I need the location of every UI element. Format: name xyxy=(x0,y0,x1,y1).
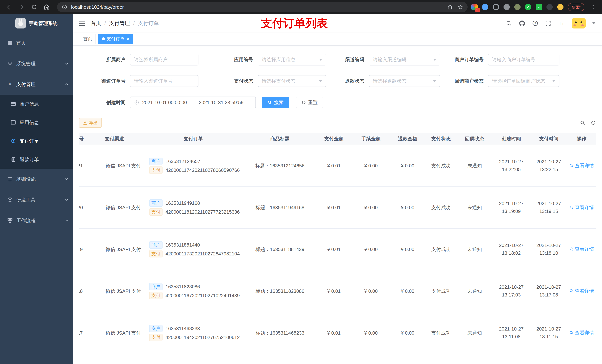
extension-badge: 10 xyxy=(475,8,480,12)
notify-status-select[interactable]: 请选择订单回调商户状态 xyxy=(488,75,559,87)
view-detail-link[interactable]: 查看详情 xyxy=(569,246,594,252)
github-icon[interactable] xyxy=(519,20,525,27)
table-header-row: 编号支付渠道支付订单商品标题支付金额手续金额退款金额支付状态回调状态创建时间支付… xyxy=(79,133,596,145)
extension-icon[interactable] xyxy=(504,4,510,10)
home-icon[interactable] xyxy=(42,3,51,11)
cell-refund: ¥ 0.00 xyxy=(393,229,422,270)
extension-check-icon[interactable]: ✓ xyxy=(525,4,531,10)
forward-icon[interactable] xyxy=(17,3,26,11)
chevron-down-icon xyxy=(65,219,68,222)
breadcrumb-item[interactable]: 支付管理 xyxy=(109,20,130,27)
refresh-icon[interactable] xyxy=(591,120,596,125)
sidebar-item-system[interactable]: 系统管理 xyxy=(0,53,73,74)
app-select[interactable]: 请选择应用信息 xyxy=(258,54,326,65)
view-detail-link[interactable]: 查看详情 xyxy=(569,330,594,336)
tab-label: 首页 xyxy=(83,36,92,42)
cell-status: 支付成功 xyxy=(422,270,460,312)
view-detail-link[interactable]: 查看详情 xyxy=(569,162,594,169)
extension-icon[interactable] xyxy=(482,4,488,10)
sidebar-item-workflow[interactable]: 工作流程 xyxy=(0,210,73,231)
cell-pay-order: 商户1635312124657 支付4200001174202110278060… xyxy=(146,145,241,187)
share-icon[interactable] xyxy=(446,3,453,11)
column-header[interactable]: 编号 xyxy=(79,133,101,145)
profile-avatar-icon[interactable] xyxy=(557,4,563,10)
column-header[interactable]: 支付订单 xyxy=(146,133,241,145)
extension-icon[interactable]: 10 xyxy=(471,4,478,10)
user-avatar[interactable] xyxy=(572,18,586,29)
cell-refund: ¥ 0.00 xyxy=(393,270,422,312)
sidebar-item-home[interactable]: 首页 xyxy=(0,32,73,53)
view-detail-label: 查看详情 xyxy=(575,204,594,211)
sidebar-item-merchant-info[interactable]: 商户信息 xyxy=(0,95,73,113)
sidebar-item-pay-order[interactable]: 支付订单 xyxy=(0,132,73,150)
column-header[interactable]: 创建时间 xyxy=(490,133,533,145)
cell-channel: 微信 JSAPI 支付 xyxy=(101,354,146,364)
view-detail-link[interactable]: 查看详情 xyxy=(569,204,594,211)
extension-icon[interactable] xyxy=(547,4,553,10)
pay-status-select[interactable]: 请选择支付状态 xyxy=(258,75,326,87)
search-icon[interactable] xyxy=(506,20,512,26)
column-header[interactable]: 商品标题 xyxy=(241,133,319,145)
reload-icon[interactable] xyxy=(30,3,39,11)
column-header[interactable]: 操作 xyxy=(565,133,596,145)
channel-pay-no: 4200001194202110276752100612 xyxy=(165,335,240,340)
field-label: 回调商户状态 xyxy=(448,78,488,84)
sidebar-item-infra[interactable]: 基础设施 xyxy=(0,169,73,189)
tab-pay-order[interactable]: 支付订单 × xyxy=(98,34,133,44)
help-icon[interactable]: ? xyxy=(532,20,538,26)
fullscreen-icon[interactable] xyxy=(545,20,551,26)
hide-search-icon[interactable] xyxy=(580,120,585,125)
tab-home[interactable]: 首页 xyxy=(80,34,96,44)
extension-icon[interactable] xyxy=(514,4,521,10)
site-info-icon[interactable] xyxy=(61,3,68,11)
font-size-icon[interactable]: TT xyxy=(558,20,565,26)
cell-actions: 查看详情 xyxy=(565,312,596,354)
merchant-order-no: 1635311949168 xyxy=(165,200,200,206)
extension-icon[interactable] xyxy=(493,4,499,10)
merchant-order-no-input[interactable]: 请输入商户订单编号 xyxy=(488,54,559,65)
sidebar-item-label: 首页 xyxy=(16,40,26,46)
channel-order-no-input[interactable]: 请输入渠道订单号 xyxy=(130,75,198,87)
extensions-area: 10 ✓ ▪ 更新 xyxy=(471,3,598,11)
column-header[interactable]: 支付渠道 xyxy=(101,133,146,145)
channel-code-input[interactable]: 请输入渠道编码 xyxy=(369,54,440,65)
merchant-select[interactable]: 请选择所属商户 xyxy=(130,54,198,65)
page-title-annotation: 支付订单列表 xyxy=(261,16,328,31)
merchant-order-no: 1635311823086 xyxy=(165,284,200,290)
sidebar-item-refund-order[interactable]: 退款订单 xyxy=(0,150,73,169)
active-dot xyxy=(102,37,105,40)
browser-update-button[interactable]: 更新 xyxy=(568,3,584,11)
sidebar-item-pay[interactable]: ¥ 支付管理 xyxy=(0,74,73,95)
extension-chat-icon[interactable]: ▪ xyxy=(536,4,542,10)
column-header[interactable]: 退款金额 xyxy=(393,133,422,145)
sidebar-item-devtools[interactable]: 研发工具 xyxy=(0,189,73,210)
date-range-input[interactable]: 2021-10-01 00:00:00 - 2021-10-31 23:59:5… xyxy=(130,96,256,108)
export-button[interactable]: 导出 xyxy=(79,118,102,128)
cell-title: 标题：1635311468233 xyxy=(241,312,319,354)
column-header[interactable]: 手续金额 xyxy=(349,133,393,145)
url-bar[interactable]: localhost:1024/pay/order xyxy=(57,2,468,12)
cell-id: 117 xyxy=(79,312,101,354)
sidebar-item-app-info[interactable]: 应用信息 xyxy=(0,113,73,132)
refund-status-select[interactable]: 请选择退款状态 xyxy=(369,75,440,87)
column-header[interactable]: 支付金额 xyxy=(319,133,349,145)
chevron-down-icon xyxy=(65,177,68,181)
app-logo[interactable]: 芋道管理系统 xyxy=(0,14,73,32)
screen: localhost:1024/pay/order 10 ✓ ▪ 更新 芋道管理系… xyxy=(0,0,602,364)
breadcrumb-item[interactable]: 首页 xyxy=(91,20,101,27)
back-icon[interactable] xyxy=(4,3,13,11)
chevron-down-icon xyxy=(319,80,322,82)
close-icon[interactable]: × xyxy=(127,36,129,41)
hamburger-icon[interactable] xyxy=(78,20,86,27)
column-header[interactable]: 支付状态 xyxy=(422,133,460,145)
chevron-down-icon[interactable] xyxy=(592,22,595,24)
bookmark-star-icon[interactable] xyxy=(456,3,464,11)
view-detail-link[interactable]: 查看详情 xyxy=(569,288,594,294)
kebab-menu-icon[interactable] xyxy=(589,3,598,11)
sidebar-item-label: 支付管理 xyxy=(16,81,35,88)
reset-button[interactable]: 重置 xyxy=(296,97,323,108)
column-header[interactable]: 支付时间 xyxy=(533,133,565,145)
cell-id: 121 xyxy=(79,145,101,187)
search-button[interactable]: 搜索 xyxy=(262,97,289,108)
column-header[interactable]: 回调状态 xyxy=(460,133,490,145)
